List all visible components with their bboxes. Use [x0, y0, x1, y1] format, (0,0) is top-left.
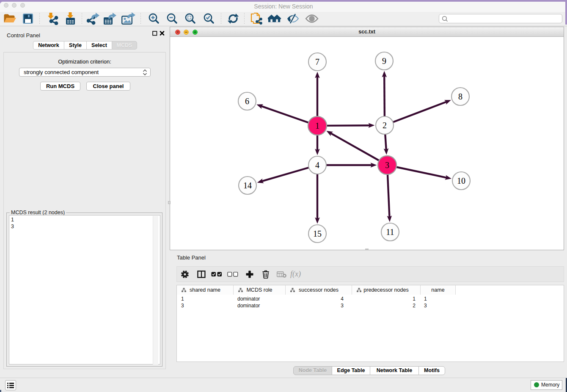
svg-text:2: 2 — [383, 121, 387, 130]
svg-text:8: 8 — [458, 92, 462, 101]
svg-text:7: 7 — [315, 57, 319, 66]
svg-text:4: 4 — [315, 160, 319, 170]
svg-text:3: 3 — [385, 160, 389, 170]
svg-text:10: 10 — [457, 176, 465, 185]
svg-text:14: 14 — [243, 181, 252, 190]
svg-text:1: 1 — [315, 121, 319, 130]
svg-text:9: 9 — [382, 56, 386, 66]
svg-text:6: 6 — [245, 97, 249, 106]
svg-text:11: 11 — [386, 227, 394, 237]
svg-text:15: 15 — [313, 229, 322, 238]
